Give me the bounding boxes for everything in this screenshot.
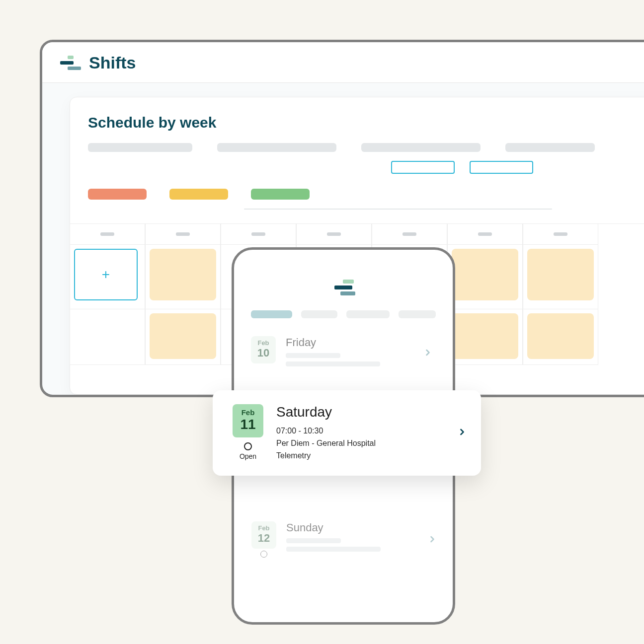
date-badge: Feb 10 (251, 336, 276, 363)
legend-item (169, 189, 228, 200)
day-details: Saturday 07:00 - 10:30 Per Diem - Genera… (276, 404, 444, 462)
divider (244, 209, 552, 210)
section-title: Schedule by week (70, 112, 644, 143)
status-open-icon (260, 551, 267, 558)
day-header (70, 224, 145, 245)
chevron-right-icon[interactable] (427, 532, 440, 548)
date-column: Feb 11 Open (233, 404, 263, 460)
day-cell[interactable] (447, 309, 523, 365)
day-cell[interactable] (523, 245, 598, 309)
status-open-icon (244, 442, 252, 450)
filter-button[interactable] (391, 161, 455, 174)
status-label: Open (233, 452, 263, 460)
filter-button[interactable] (470, 161, 533, 174)
filter-buttons (373, 161, 644, 189)
month-label: Feb (251, 339, 276, 347)
chevron-right-icon[interactable] (423, 346, 436, 361)
day-header (221, 224, 296, 245)
shift-block[interactable] (452, 313, 518, 359)
day-name: Saturday (276, 404, 444, 420)
chevron-right-icon[interactable] (457, 426, 467, 440)
day-header (296, 224, 372, 245)
day-row-sunday[interactable]: Feb 12 Sunday (251, 521, 440, 559)
app-logo-icon (60, 56, 81, 71)
shift-time: 07:00 - 10:30 (276, 425, 444, 437)
placeholder (286, 361, 380, 366)
canvas: Shifts Schedule by week (0, 0, 644, 644)
shift-block[interactable] (527, 249, 594, 300)
day-card-saturday[interactable]: Feb 11 Open Saturday 07:00 - 10:30 Per D… (213, 390, 481, 476)
page-title: Shifts (89, 53, 136, 72)
shift-department: Telemetry (276, 450, 444, 462)
filter-placeholder-row (70, 143, 644, 161)
shift-block[interactable] (527, 313, 594, 359)
add-shift-button[interactable]: + (74, 249, 138, 300)
day-number: 12 (251, 532, 276, 545)
placeholder (286, 547, 381, 552)
day-name: Friday (286, 336, 413, 349)
placeholder (361, 143, 481, 152)
legend-item (88, 189, 147, 200)
legend-item (251, 189, 310, 200)
tab[interactable] (399, 310, 436, 318)
legend (70, 189, 644, 209)
day-header (523, 224, 598, 245)
day-header (145, 224, 221, 245)
day-name: Sunday (286, 521, 417, 534)
month-label: Feb (233, 408, 263, 417)
day-cell[interactable] (523, 309, 598, 365)
day-number: 10 (251, 347, 276, 359)
day-content: Sunday (286, 521, 417, 555)
month-label: Feb (251, 524, 276, 532)
tab[interactable] (301, 310, 337, 318)
day-cell[interactable] (145, 309, 221, 365)
placeholder (286, 538, 341, 543)
placeholder (505, 143, 595, 152)
shift-block[interactable] (150, 249, 216, 300)
day-cell[interactable] (145, 245, 221, 309)
day-row-friday[interactable]: Feb 10 Friday (234, 331, 453, 379)
day-cell[interactable]: + (70, 245, 145, 309)
tab[interactable] (251, 310, 292, 318)
placeholder (88, 143, 192, 152)
mobile-tabs (234, 310, 453, 331)
placeholder (286, 353, 340, 358)
placeholder (217, 143, 336, 152)
shift-location: Per Diem - General Hospital (276, 437, 444, 450)
desktop-header: Shifts (42, 42, 644, 83)
day-header (447, 224, 523, 245)
day-number: 11 (233, 417, 263, 432)
shift-block[interactable] (150, 313, 216, 359)
tab[interactable] (346, 310, 390, 318)
app-logo-icon (234, 250, 453, 310)
status-wrap (251, 551, 276, 558)
shift-block[interactable] (452, 249, 518, 300)
day-header (372, 224, 447, 245)
date-badge: Feb 11 (233, 404, 263, 437)
day-cell[interactable] (70, 309, 145, 365)
date-badge: Feb 12 (251, 521, 276, 549)
day-content: Friday (286, 336, 413, 370)
day-cell[interactable] (447, 245, 523, 309)
